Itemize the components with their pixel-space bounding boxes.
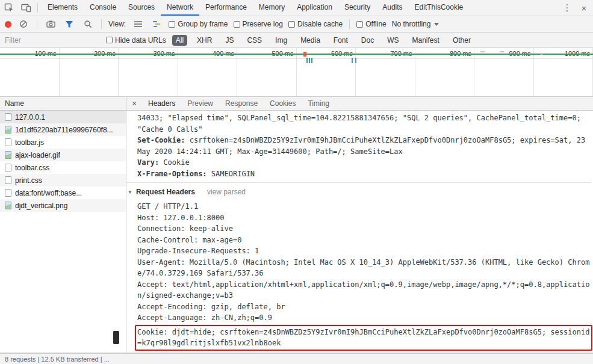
throttling-value: No throttling xyxy=(392,20,431,28)
filter-funnel-icon[interactable] xyxy=(63,17,76,31)
filter-type-img[interactable]: Img xyxy=(272,35,291,46)
request-name: ajax-loader.gif xyxy=(15,151,60,159)
tab-sources[interactable]: Sources xyxy=(122,0,161,16)
request-row[interactable]: 127.0.0.1 xyxy=(0,111,126,123)
checkbox-icon xyxy=(169,21,175,28)
search-icon[interactable] xyxy=(81,17,95,31)
close-devtools-icon[interactable]: × xyxy=(579,3,589,13)
response-header-line: X-Frame-Options: SAMEORIGIN xyxy=(137,168,590,180)
inspect-tools xyxy=(0,0,42,16)
tab-performance[interactable]: Performance xyxy=(199,0,253,16)
request-headers-section-header[interactable]: ▼ Request Headers view parsed xyxy=(128,185,591,199)
throttling-select[interactable]: No throttling xyxy=(392,20,439,28)
request-row[interactable]: data:font/woff;base... xyxy=(0,187,126,199)
response-header-value-tail: 34033; "Elapsed time", SQLPanel_sql_time… xyxy=(137,113,590,135)
name-column-header[interactable]: Name xyxy=(0,97,126,111)
response-header-line: Set-Cookie: csrftoken=z4sDnWBZDz5Y9zIvr0… xyxy=(137,135,590,157)
filter-type-xhr[interactable]: XHR xyxy=(193,35,216,46)
detail-tabs: × Headers Preview Response Cookies Timin… xyxy=(126,97,593,111)
left-panel-scrollbar-thumb[interactable] xyxy=(113,331,119,344)
request-row[interactable]: djdt_vertical.png xyxy=(0,199,126,212)
cookie-highlight-box: Cookie: djdt=hide; csrftoken=z4sDnWBZDz5… xyxy=(135,325,592,351)
filter-type-other[interactable]: Other xyxy=(449,35,474,46)
filter-type-ws[interactable]: WS xyxy=(383,35,402,46)
request-row[interactable]: toolbar.css xyxy=(0,161,126,174)
tab-editthiscookie[interactable]: EditThisCookie xyxy=(409,0,470,16)
detail-tab-preview[interactable]: Preview xyxy=(181,97,219,110)
divider xyxy=(37,3,38,13)
tab-application[interactable]: Application xyxy=(291,0,338,16)
tab-audits[interactable]: Audits xyxy=(376,0,408,16)
tab-console[interactable]: Console xyxy=(84,0,122,16)
detail-tab-response[interactable]: Response xyxy=(219,97,264,110)
request-row[interactable]: toolbar.js xyxy=(0,136,126,149)
detail-tab-timing[interactable]: Timing xyxy=(302,97,335,110)
response-header-line: Vary: Cookie xyxy=(137,157,590,168)
section-title: Request Headers xyxy=(136,188,195,196)
overview-mark xyxy=(541,53,542,55)
request-list-panel: Name 127.0.0.1 1d1df6220ab711e9996760f8.… xyxy=(0,97,126,353)
overview-load-event-mark xyxy=(303,52,306,57)
filter-input[interactable] xyxy=(5,35,100,46)
preserve-log-checkbox[interactable]: Preserve log xyxy=(234,20,283,28)
tab-elements[interactable]: Elements xyxy=(42,0,84,16)
view-label: View: xyxy=(108,20,126,28)
overview-resource-bar xyxy=(311,58,312,63)
filter-type-css[interactable]: CSS xyxy=(243,35,265,46)
close-details-icon[interactable]: × xyxy=(126,99,142,108)
disclosure-triangle-icon: ▼ xyxy=(128,190,132,195)
request-name: print.css xyxy=(15,176,42,185)
show-overview-icon[interactable] xyxy=(150,17,163,31)
filter-type-doc[interactable]: Doc xyxy=(358,35,377,46)
group-by-frame-checkbox[interactable]: Group by frame xyxy=(169,20,228,28)
stylesheet-file-icon xyxy=(5,164,11,171)
request-row[interactable]: print.css xyxy=(0,174,126,187)
filter-type-media[interactable]: Media xyxy=(297,35,324,46)
overview-resource-bar xyxy=(352,58,353,63)
inspect-element-icon[interactable] xyxy=(2,1,16,14)
detail-tab-headers[interactable]: Headers xyxy=(142,97,181,110)
overview-resource-bar xyxy=(309,58,310,63)
request-name: toolbar.js xyxy=(15,138,44,147)
overview-mark xyxy=(480,51,485,52)
request-name: data:font/woff;base... xyxy=(15,189,82,197)
clear-icon[interactable] xyxy=(17,17,30,31)
record-button[interactable] xyxy=(5,21,11,28)
tab-memory[interactable]: Memory xyxy=(253,0,291,16)
divider xyxy=(37,19,37,29)
view-large-rows-icon[interactable] xyxy=(131,17,144,31)
request-row[interactable]: 1d1df6220ab711e9996760f8... xyxy=(0,123,126,136)
hide-data-urls-checkbox[interactable]: Hide data URLs xyxy=(106,36,166,45)
image-file-icon xyxy=(5,151,11,159)
tab-security[interactable]: Security xyxy=(338,0,376,16)
filter-type-js[interactable]: JS xyxy=(222,35,237,46)
disable-cache-checkbox[interactable]: Disable cache xyxy=(288,20,343,28)
view-parsed-link[interactable]: view parsed xyxy=(207,188,246,196)
filter-type-all[interactable]: All xyxy=(172,35,187,46)
section-divider xyxy=(126,182,591,183)
raw-header-line: Accept-Language: zh-CN,zh;q=0.9 xyxy=(137,312,590,324)
raw-request-headers: GET / HTTP/1.1 Host: 127.0.0.1:8000 Conn… xyxy=(137,201,591,351)
raw-header-line: Accept: text/html,application/xhtml+xml,… xyxy=(137,279,590,301)
request-row[interactable]: ajax-loader.gif xyxy=(0,149,126,161)
filter-type-manifest[interactable]: Manifest xyxy=(409,35,443,46)
headers-content: 34033; "Elapsed time", SQLPanel_sql_time… xyxy=(126,111,593,353)
stylesheet-file-icon xyxy=(5,176,11,184)
network-overview[interactable]: 100 ms 200 ms 300 ms 400 ms 500 ms 600 m… xyxy=(0,48,593,97)
checkbox-label: Preserve log xyxy=(243,20,283,28)
detail-tab-cookies[interactable]: Cookies xyxy=(264,97,302,110)
checkbox-label: Disable cache xyxy=(297,20,343,28)
image-file-icon xyxy=(5,202,11,209)
raw-header-line: Accept-Encoding: gzip, deflate, br xyxy=(137,301,590,313)
more-options-icon[interactable]: ⋮ xyxy=(562,2,573,13)
filter-type-font[interactable]: Font xyxy=(330,35,352,46)
capture-screenshots-icon[interactable] xyxy=(44,17,57,31)
filter-bar: Hide data URLs All XHR JS CSS Img Media … xyxy=(0,32,593,48)
overview-grid: 100 ms 200 ms 300 ms 400 ms 500 ms 600 m… xyxy=(0,48,593,96)
overview-load-line xyxy=(0,54,593,55)
checkbox-label: Hide data URLs xyxy=(115,36,166,45)
tab-network[interactable]: Network xyxy=(161,0,199,16)
device-toolbar-icon[interactable] xyxy=(19,1,33,14)
raw-header-line: User-Agent: Mozilla/5.0 (Macintosh; Inte… xyxy=(137,257,590,279)
offline-checkbox[interactable]: Offline xyxy=(356,20,386,28)
